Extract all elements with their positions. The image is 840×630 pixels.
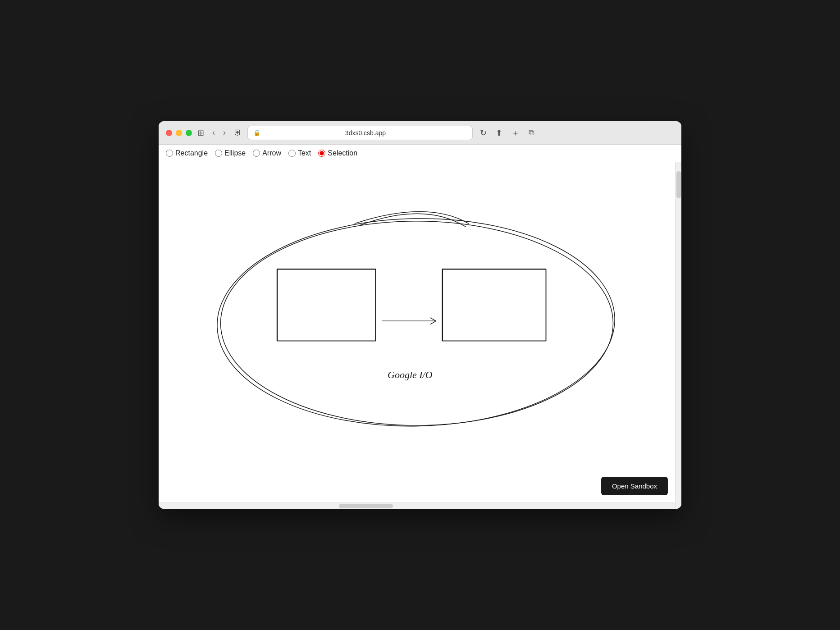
- lock-icon: 🔒: [253, 129, 260, 136]
- tool-radio-arrow[interactable]: [253, 150, 260, 157]
- minimize-button[interactable]: [176, 130, 182, 136]
- nav-buttons: ‹ ›: [210, 126, 228, 139]
- close-button[interactable]: [166, 130, 172, 136]
- scrollbar-vertical[interactable]: [675, 162, 681, 509]
- canvas-area[interactable]: Open Sandbox: [159, 162, 681, 509]
- shield-icon: ⛨: [234, 128, 242, 137]
- scrollbar-vertical-thumb[interactable]: [676, 171, 681, 198]
- tool-option-arrow[interactable]: Arrow: [253, 149, 281, 157]
- tool-option-selection[interactable]: Selection: [318, 149, 357, 157]
- address-bar[interactable]: 🔒 3dxs0.csb.app: [247, 126, 473, 140]
- tool-option-text[interactable]: Text: [288, 149, 311, 157]
- tool-label-selection: Selection: [328, 149, 357, 157]
- tool-label-arrow: Arrow: [262, 149, 281, 157]
- tool-radio-text[interactable]: [288, 150, 296, 157]
- share-button[interactable]: ⬆: [494, 126, 504, 140]
- tool-label-ellipse: Ellipse: [224, 149, 246, 157]
- drawing-toolbar: Rectangle Ellipse Arrow Text Selection: [159, 145, 681, 162]
- traffic-lights: [166, 130, 192, 136]
- new-tab-button[interactable]: ＋: [510, 126, 521, 140]
- content-area: Rectangle Ellipse Arrow Text Selection: [159, 145, 681, 509]
- maximize-button[interactable]: [186, 130, 192, 136]
- forward-button[interactable]: ›: [220, 126, 228, 139]
- title-bar: ⊞ ‹ › ⛨ 🔒 3dxs0.csb.app ↻ ⬆ ＋ ⧉: [159, 121, 681, 145]
- tool-radio-rectangle[interactable]: [166, 150, 173, 157]
- reload-button[interactable]: ↻: [478, 126, 488, 140]
- url-text: 3dxs0.csb.app: [264, 129, 467, 137]
- sidebar-toggle-icon[interactable]: ⊞: [197, 128, 204, 138]
- open-sandbox-button[interactable]: Open Sandbox: [601, 477, 668, 495]
- toolbar-actions: ↻ ⬆ ＋ ⧉: [478, 126, 536, 140]
- scrollbar-horizontal[interactable]: [159, 502, 675, 509]
- tool-option-rectangle[interactable]: Rectangle: [166, 149, 208, 157]
- tool-radio-ellipse[interactable]: [215, 150, 222, 157]
- tool-option-ellipse[interactable]: Ellipse: [215, 149, 246, 157]
- tool-label-rectangle: Rectangle: [175, 149, 208, 157]
- drawing-canvas[interactable]: [159, 162, 675, 502]
- tabs-button[interactable]: ⧉: [527, 126, 536, 139]
- tool-label-text: Text: [298, 149, 311, 157]
- browser-window: ⊞ ‹ › ⛨ 🔒 3dxs0.csb.app ↻ ⬆ ＋ ⧉ Rectangl…: [159, 121, 681, 509]
- back-button[interactable]: ‹: [210, 126, 218, 139]
- tool-radio-selection[interactable]: [318, 150, 325, 157]
- scrollbar-horizontal-thumb[interactable]: [339, 504, 393, 508]
